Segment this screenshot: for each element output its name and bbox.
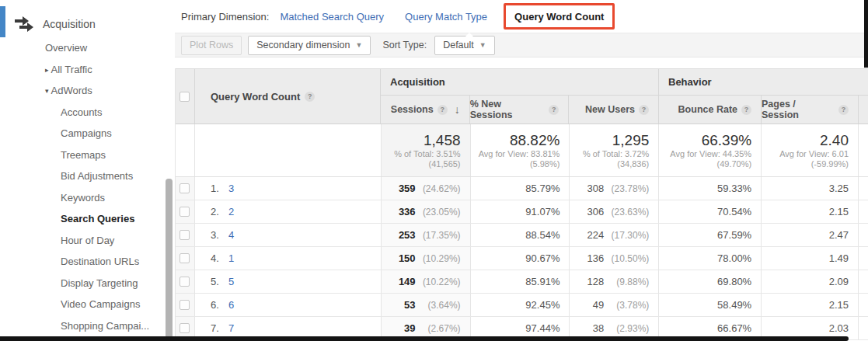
sessions-value: 253 <box>399 229 416 241</box>
dropdown-caret-icon: ▼ <box>479 41 486 49</box>
sidebar-item-destination-urls[interactable]: Destination URLs <box>0 251 175 273</box>
pages-session-value: 2.47 <box>762 224 859 246</box>
new-users-percent: (10.50%) <box>604 253 649 264</box>
column-header-bounce-rate[interactable]: Bounce Rate ? <box>659 96 762 124</box>
clipped-column-cell <box>859 270 868 293</box>
tab-matched-search-query[interactable]: Matched Search Query <box>280 11 384 23</box>
annotation-highlight-box: Query Word Count <box>504 3 615 30</box>
column-header-new-users[interactable]: New Users ? <box>569 96 658 124</box>
new-users-percent: (3.78%) <box>604 300 649 311</box>
clipped-column-cell <box>859 200 868 223</box>
totals-bounce-rate: 66.39% Avg for View: 44.35% (49.70%) <box>659 124 762 176</box>
row-checkbox[interactable] <box>180 207 190 217</box>
query-word-count-link[interactable]: 5 <box>228 276 234 287</box>
row-checkbox[interactable] <box>180 323 190 333</box>
row-checkbox[interactable] <box>180 253 190 263</box>
sidebar-item-overview[interactable]: Overview <box>0 37 175 59</box>
sidebar-item-treemaps[interactable]: Treemaps <box>0 144 175 166</box>
sidebar-item-shopping-campai[interactable]: Shopping Campai... <box>0 315 175 337</box>
sidebar-item-accounts[interactable]: Accounts <box>0 102 175 124</box>
table-row: 5. 5 149 (10.22%) 85.91% 128 (9.88%) 69.… <box>176 270 868 294</box>
sidebar-item-all-traffic[interactable]: ▸All Traffic <box>0 59 175 81</box>
bounce-rate-value: 59.33% <box>659 177 762 200</box>
new-users-value: 308 <box>587 183 605 194</box>
query-word-count-link[interactable]: 3 <box>228 183 234 194</box>
query-word-count-link[interactable]: 4 <box>228 229 234 241</box>
sidebar-item-keywords[interactable]: Keywords <box>0 187 175 209</box>
clipped-column-header <box>859 96 868 124</box>
help-icon[interactable]: ? <box>639 105 649 115</box>
screenshot-right-border <box>864 0 868 68</box>
pages-session-value: 2.15 <box>762 200 859 223</box>
new-users-percent: (2.93%) <box>604 323 649 334</box>
sidebar-item-hour-of-day[interactable]: Hour of Day <box>0 230 175 252</box>
sessions-value: 39 <box>404 322 415 334</box>
bounce-rate-value: 70.54% <box>659 200 762 223</box>
sidebar-section-acquisition[interactable]: Acquisition <box>14 12 96 37</box>
sessions-percent: (24.62%) <box>416 183 461 194</box>
query-word-count-link[interactable]: 1 <box>228 252 234 264</box>
new-users-value: 136 <box>587 252 605 264</box>
dimension-column-header: Query Word Count ? <box>195 69 381 124</box>
totals-sessions: 1,458 % of Total: 3.51% (41,565) <box>382 124 471 176</box>
table-row: 1. 3 359 (24.62%) 85.79% 308 (23.78%) 59… <box>176 177 868 200</box>
plot-rows-button[interactable]: Plot Rows <box>181 36 242 55</box>
row-rank: 5. <box>211 276 228 287</box>
column-header-new-sessions[interactable]: % New Sessions ? <box>470 96 570 124</box>
row-rank: 1. <box>211 183 228 194</box>
primary-dimension-bar: Primary Dimension: Matched Search Query … <box>175 0 868 33</box>
bounce-rate-value: 69.80% <box>659 270 762 293</box>
sessions-percent: (17.35%) <box>416 230 461 241</box>
new-users-value: 128 <box>587 276 605 287</box>
sessions-percent: (2.67%) <box>416 323 461 334</box>
column-header-sessions[interactable]: Sessions ? ↓ <box>381 96 470 124</box>
help-icon[interactable]: ? <box>305 92 315 102</box>
help-icon[interactable]: ? <box>549 105 559 115</box>
tab-query-word-count[interactable]: Query Word Count <box>514 11 604 23</box>
new-sessions-value: 85.79% <box>471 177 570 200</box>
help-icon[interactable]: ? <box>838 105 849 115</box>
table-row: 4. 1 150 (10.29%) 90.67% 136 (10.50%) 78… <box>176 247 868 270</box>
sidebar-item-search-queries[interactable]: Search Queries <box>0 208 175 230</box>
screenshot-bottom-border <box>0 336 849 341</box>
vertical-scrollbar[interactable] <box>166 179 173 341</box>
new-users-value: 49 <box>593 299 604 311</box>
sessions-value: 53 <box>404 299 415 311</box>
new-users-percent: (17.30%) <box>604 230 649 241</box>
table-row: 3. 4 253 (17.35%) 88.54% 224 (17.30%) 67… <box>176 224 868 247</box>
help-icon[interactable]: ? <box>741 105 751 115</box>
query-word-count-link[interactable]: 6 <box>228 299 234 311</box>
new-sessions-value: 85.91% <box>471 270 570 293</box>
sort-type-button[interactable]: Default ▼ <box>434 36 495 55</box>
select-all-checkbox[interactable] <box>180 92 190 102</box>
query-word-count-link[interactable]: 7 <box>228 322 234 334</box>
row-checkbox[interactable] <box>180 230 190 240</box>
clipped-column-cell <box>859 177 868 200</box>
sidebar: Acquisition Overview ▸All Traffic ▾AdWor… <box>0 0 175 341</box>
column-header-pages-session[interactable]: Pages / Session ? <box>762 96 859 124</box>
sidebar-item-adwords[interactable]: ▾AdWords <box>0 80 175 102</box>
dropdown-caret-icon: ▼ <box>356 41 363 49</box>
sessions-value: 359 <box>399 183 416 194</box>
row-rank: 7. <box>211 322 228 334</box>
new-users-percent: (9.88%) <box>604 277 649 287</box>
group-header-behavior: Behavior Bounce Rate ? Pages / Session ? <box>659 69 868 124</box>
sidebar-item-video-campaigns[interactable]: Video Campaigns <box>0 294 175 315</box>
row-checkbox[interactable] <box>180 277 190 287</box>
new-users-value: 38 <box>593 322 604 334</box>
sort-descending-icon[interactable]: ↓ <box>455 103 460 116</box>
nav-arrow-icon: ▸ <box>45 66 49 74</box>
sidebar-item-bid-adjustments[interactable]: Bid Adjustments <box>0 165 175 187</box>
secondary-dimension-button[interactable]: Secondary dimension ▼ <box>248 36 371 55</box>
bounce-rate-value: 67.59% <box>659 224 762 246</box>
new-users-percent: (23.63%) <box>604 207 649 217</box>
row-checkbox[interactable] <box>180 183 190 193</box>
sidebar-item-campaigns[interactable]: Campaigns <box>0 123 175 144</box>
query-word-count-link[interactable]: 2 <box>228 206 234 217</box>
sidebar-item-display-targeting[interactable]: Display Targeting <box>0 273 175 294</box>
bounce-rate-value: 78.00% <box>659 247 762 270</box>
row-checkbox[interactable] <box>180 300 190 310</box>
pages-session-value: 2.09 <box>762 270 859 293</box>
tab-query-match-type[interactable]: Query Match Type <box>405 11 487 23</box>
help-icon[interactable]: ? <box>437 105 448 115</box>
